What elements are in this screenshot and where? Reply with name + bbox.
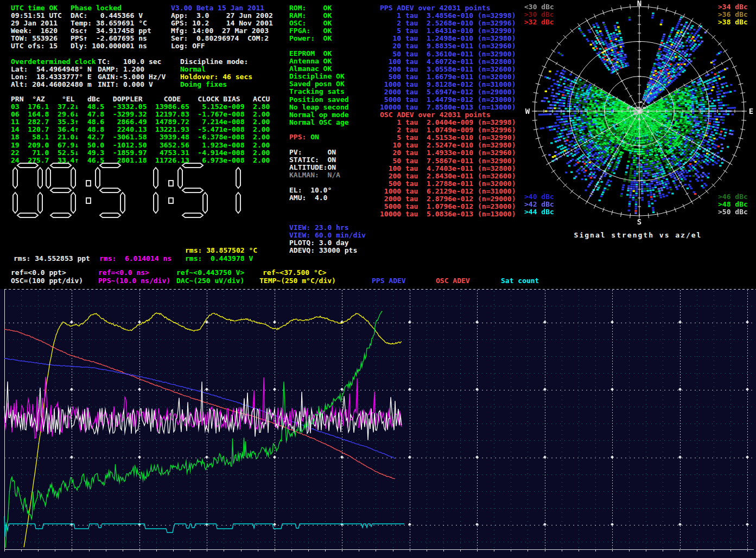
- position-line: Lon: 18.4333777° E: [11, 73, 96, 81]
- selftest-line: RAM: OK: [289, 12, 332, 20]
- position-line: Alt: 204.46002480 m: [11, 81, 96, 88]
- phase-line: PPS↑ -2.607695 ns: [71, 35, 151, 42]
- status-label: PPS ADEV: [372, 277, 406, 285]
- phase-lock-block: Phase lockedDAC: 0.445366 VTemp: 38.6596…: [71, 4, 151, 50]
- status-label: PPS~(10.0 ns/div): [98, 277, 170, 285]
- loop-line: TC: 100.0 sec: [98, 58, 166, 66]
- history-plot: [0, 289, 756, 558]
- mask-line: AMU: 4.0: [289, 194, 332, 202]
- discipline-line: Normal: [180, 66, 252, 73]
- pps-adev-row: 20 tau 9.8835e-011 (n=32960): [380, 42, 516, 50]
- osc-adev-row: 1 tau 2.0404e-009 (n=32998): [380, 119, 516, 126]
- status-label: DAC~(250 uV/div): [176, 277, 244, 285]
- selftest-block: ROM: OKRAM: OKOSC: OKFPGA: OKPower: OK: [289, 4, 332, 42]
- version-line: Ser: 0.80296974 COM:2: [171, 35, 273, 42]
- sat-table-row: 19 209.0 67.9↓ 50.0 -1012.50 3652.56 1.9…: [11, 142, 270, 149]
- view-line: VIEW: 60.0 min/div: [289, 232, 366, 239]
- selftest-line: OSC: OK: [289, 20, 332, 27]
- dbc-legend-entry: <30 dBc: [524, 3, 554, 11]
- view-line: ADEVQ: 33000 pts: [289, 247, 366, 254]
- pps-adev-table: PPS ADEV over 42031 points 1 tau 3.4856e…: [380, 4, 516, 111]
- pps-adev-row: 2 tau 2.5268e-010 (n=32996): [380, 20, 516, 27]
- position-line: Lat: 54.4964948° N: [11, 66, 96, 73]
- osc-adev-row: 10 tau 2.5247e-010 (n=32980): [380, 142, 516, 149]
- osc-adev-row: 100 tau 4.7403e-011 (n=32800): [380, 165, 516, 172]
- gps-status-line: Normal OSC age: [289, 119, 349, 126]
- utc-line: 29 Jan 2011: [11, 20, 62, 27]
- sat-table-header: PRN °AZ °EL dBc DOPPLER CODE CLOCK BIAS …: [11, 95, 270, 103]
- status-label: ref=<0.0 ns>: [98, 269, 149, 277]
- version-header: V3.00 Beta 15 Jan 2011: [171, 4, 273, 12]
- pps-status-line: PPS: ON: [289, 133, 319, 141]
- utc-line: UTC ofs: 15: [11, 42, 62, 50]
- fix-mode-line: KALMAN: N/A: [289, 171, 340, 179]
- status-label: TEMP~(250 m°C/div): [259, 277, 336, 285]
- gps-status-line: EEPROM OK: [289, 50, 349, 57]
- loop-line: DAMP: 1.200: [98, 66, 166, 73]
- view-settings-block: VIEW: 23.0 hrsVIEW: 60.0 min/divPLOTQ: 3…: [289, 224, 366, 254]
- view-line: VIEW: 23.0 hrs: [289, 224, 366, 232]
- loop-line: INIT: 0.000 V: [98, 81, 166, 88]
- pps-adev-row: 1000 tau 9.8128e-012 (n=31000): [380, 81, 516, 88]
- sat-table-row: 03 176.1 37.2↓ 48.5 -3332.05 13986.65 5.…: [11, 103, 270, 111]
- status-label: OSC ADEV: [436, 277, 470, 285]
- dbc-legend-top: >46 dBc>48 dBc>50 dBc: [718, 193, 748, 216]
- status-label: rms: 0.443978 V: [185, 255, 253, 262]
- dbc-legend-entry: >48 dBc: [718, 201, 748, 208]
- fix-mode-line: PV: ON: [289, 149, 340, 156]
- gps-status-block: EEPROM OKAntenna OKAlmanac OKDiscipline …: [289, 50, 349, 126]
- version-line: App: 3.0 27 Jun 2002: [171, 12, 273, 20]
- dbc-legend-entry: >38 dBc: [718, 18, 748, 26]
- polar-caption: Signal strength vs az/el: [520, 232, 756, 239]
- pps-adev-row: 100 tau 4.6072e-011 (n=32800): [380, 58, 516, 66]
- mask-line: EL: 10.0°: [289, 187, 332, 194]
- utc-line: TOW: 553926: [11, 35, 62, 42]
- gps-status-line: Tracking sats: [289, 88, 349, 95]
- version-line: Mfg: 14:00 27 Mar 2003: [171, 27, 273, 35]
- pps-label: PPS:: [289, 133, 306, 141]
- phase-line: Temp: 38.659691 °C: [71, 20, 151, 27]
- selftest-line: ROM: OK: [289, 4, 332, 12]
- dbc-legend-entry: >50 dBc: [718, 208, 748, 216]
- status-label: ref=<0.0 ppt>: [11, 269, 66, 277]
- utc-time-block: UTC time OK09:51:51 UTC29 Jan 2011Week: …: [11, 4, 62, 50]
- loop-params-block: TC: 100.0 secDAMP: 1.200GAIN:-5.000 Hz/V…: [98, 58, 166, 88]
- version-block: V3.00 Beta 15 Jan 2011App: 3.0 27 Jun 20…: [171, 4, 273, 50]
- gps-status-line: Antenna OK: [289, 57, 349, 65]
- pps-adev-row: 10 tau 1.2498e-010 (n=32980): [380, 35, 516, 42]
- osc-adev-row: 10000 tau 5.0836e-013 (n=13000): [380, 210, 516, 218]
- elevation-mask-block: EL: 10.0°AMU: 4.0: [289, 187, 332, 202]
- osc-adev-table: OSC ADEV over 42031 points 1 tau 2.0404e…: [380, 111, 516, 218]
- dbc-legend-entry: >46 dBc: [718, 193, 748, 201]
- dbc-legend-entry: >34 dBc: [718, 3, 748, 11]
- dbc-legend-entry: >42 dBc: [524, 201, 554, 208]
- pps-adev-title: PPS ADEV over 42031 points: [380, 4, 516, 12]
- discipline-line: Holdover: 46 secs: [180, 73, 252, 81]
- pps-adev-row: 2000 tau 5.6947e-012 (n=29000): [380, 88, 516, 96]
- phase-line: DAC: 0.445366 V: [71, 12, 151, 20]
- position-header: Overdetermined clock: [11, 58, 96, 66]
- status-label: Sat count: [501, 277, 539, 285]
- phase-status-header: Phase locked: [71, 4, 151, 12]
- sat-table-row: 11 282.7 35.3↑ 48.6 2866.49 14789.72 7.2…: [11, 118, 270, 126]
- status-label: ref~<37.500 °C>: [263, 269, 326, 277]
- dbc-legend-mid: >34 dBc>36 dBc>38 dBc: [718, 3, 748, 27]
- dbc-legend-entry: >32 dBc: [524, 18, 554, 26]
- osc-adev-row: 1000 tau 6.2129e-012 (n=31000): [380, 188, 516, 195]
- osc-adev-row: 5000 tau 1.0796e-012 (n=23000): [380, 203, 516, 210]
- gps-status-line: Discipline OK: [289, 73, 349, 80]
- lady-heather-monitor-screen: UTC time OK09:51:51 UTC29 Jan 2011Week: …: [0, 0, 756, 558]
- utc-status-header: UTC time OK: [11, 4, 62, 12]
- dbc-legend-entry: >44 dBc: [524, 208, 554, 216]
- gps-status-line: No leap second: [289, 104, 349, 111]
- osc-adev-row: 50 tau 7.5867e-011 (n=32900): [380, 157, 516, 165]
- phase-line: Osc↑ 34.917458 ppt: [71, 27, 151, 35]
- dbc-legend-entry: >36 dBc: [718, 11, 748, 18]
- version-line: GPS: 10.2 14 Nov 2001: [171, 20, 273, 27]
- gps-status-line: Normal op mode: [289, 111, 349, 119]
- discipline-mode-block: Discipline mode:NormalHoldover: 46 secsD…: [180, 58, 252, 88]
- osc-adev-row: 500 tau 1.2788e-011 (n=32000): [380, 180, 516, 188]
- dbc-legend-entry: >40 dBc: [524, 193, 554, 201]
- status-label: rms: 38.857502 °C: [185, 247, 257, 254]
- pps-adev-row: 200 tau 3.0558e-011 (n=32600): [380, 66, 516, 73]
